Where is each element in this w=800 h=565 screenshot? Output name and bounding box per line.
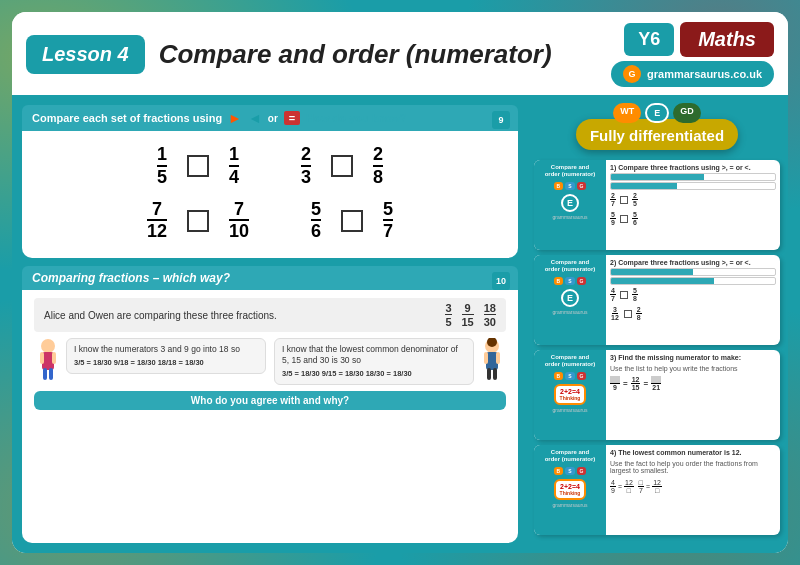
ws4-gram-logo: grammarsaurus	[552, 502, 587, 508]
ws4-sub: Use the fact to help you order the fract…	[610, 460, 776, 474]
ws1-fraction-display-2: 59 56	[610, 211, 776, 226]
ws1-badge-g: G	[577, 182, 587, 190]
ws1-level-badges: B S G	[554, 182, 587, 190]
worksheet-card-1[interactable]: Compare andorder (numerator) B S G E gra…	[534, 160, 780, 250]
ws1-frac-5-6: 56	[632, 211, 638, 226]
ws2-box	[620, 291, 628, 299]
worksheet-card-4[interactable]: Compare andorder (numerator) B S G 2+2=4…	[534, 445, 780, 535]
ws2-fraction-display: 47 58	[610, 287, 776, 302]
owen-character-icon	[478, 338, 506, 383]
svg-rect-2	[40, 352, 44, 364]
ws3-right: 3) Find the missing numerator to make: U…	[606, 350, 780, 440]
worksheet-card-3[interactable]: Compare andorder (numerator) B S G 2+2=4…	[534, 350, 780, 440]
lesson-panel: 9 Compare each set of fractions using ► …	[12, 95, 528, 553]
site-label: grammarsaurus.co.uk	[647, 68, 762, 80]
svg-rect-4	[43, 368, 47, 380]
page-title: Compare and order (numerator)	[159, 39, 597, 70]
fractions-display: 35 915 1830	[445, 302, 496, 328]
ws3-badge-b: B	[554, 372, 564, 380]
problem-text: Alice and Owen are comparing these three…	[44, 310, 277, 321]
ws2-badge-s: S	[565, 277, 574, 285]
ws3-thinking-label: Thinking	[560, 395, 581, 401]
comparing-title: Comparing fractions – which way?	[22, 266, 518, 290]
diff-header: WT E GD Fully differentiated	[534, 103, 780, 150]
fraction-5-6: 5 6	[311, 200, 321, 243]
fraction-1-5: 1 5	[157, 145, 167, 188]
ws4-thinking-badge: 2+2=4 Thinking	[554, 479, 586, 500]
ws4-question: 4) The lowest common numerator is 12.	[610, 449, 776, 456]
lesson-badge: Lesson 4	[26, 35, 145, 74]
ws2-frac-5-8: 58	[632, 287, 638, 302]
fraction-2-8: 2 8	[373, 145, 383, 188]
comparison-box-3	[187, 210, 209, 232]
alice-section: I know the numerators 3 and 9 go into 18…	[34, 338, 266, 385]
ws1-box	[620, 196, 628, 204]
ws1-frac-2-7: 27	[610, 192, 616, 207]
ws1-frac-5-9: 59	[610, 211, 616, 226]
ws2-badge-g: G	[577, 277, 587, 285]
ws2-bars	[610, 268, 776, 285]
ws2-level-badges: B S G	[554, 277, 587, 285]
ws3-title: Compare andorder (numerator)	[545, 354, 596, 368]
ws1-badge-b: B	[554, 182, 564, 190]
wt-badge: WT	[613, 103, 641, 123]
equals-box: =	[284, 111, 300, 125]
main-card: Lesson 4 Compare and order (numerator) Y…	[12, 12, 788, 553]
owen-conversions: 3/5 = 18/30 9/15 = 18/30 18/30 = 18/30	[282, 369, 466, 379]
or-label: or	[268, 113, 278, 124]
ws3-level-badges: B S G	[554, 372, 587, 380]
who-agree-bar: Who do you agree with and why?	[34, 391, 506, 410]
ws2-e-icon: E	[561, 289, 579, 307]
ws4-fractions: 49 = 12□ □7 = 12□	[610, 479, 776, 494]
gd-badge: GD	[673, 103, 701, 123]
ws1-bar-2	[610, 182, 776, 190]
ws4-badge-s: S	[565, 467, 574, 475]
ws2-title: Compare andorder (numerator)	[545, 259, 596, 273]
ws4-frac-group: 49 = 12□ □7 = 12□	[610, 479, 662, 494]
ws1-box-2	[620, 215, 628, 223]
comparison-box-4	[341, 210, 363, 232]
ws1-fraction-display: 27 25	[610, 192, 776, 207]
ws4-thinking-label: Thinking	[560, 490, 581, 496]
ws3-gram-logo: grammarsaurus	[552, 407, 587, 413]
owen-speech-text: I know that the lowest common denominato…	[282, 344, 458, 365]
ws2-fraction-display-2: 312 28	[610, 306, 776, 321]
fully-differentiated-banner: Fully differentiated	[576, 119, 738, 150]
ws4-frac-3: □7	[638, 479, 644, 494]
ws3-frac-b: 1215	[631, 376, 641, 391]
ws4-level-badges: B S G	[554, 467, 587, 475]
ws3-badge-g: G	[577, 372, 587, 380]
header-bar: Lesson 4 Compare and order (numerator) Y…	[12, 12, 788, 95]
how-do-you-know: How do you know?	[306, 112, 406, 124]
fraction-7-12: 7 12	[147, 200, 167, 243]
instruction-text: Compare each set of fractions using	[32, 112, 222, 124]
wt-e-gd-row: WT E GD	[613, 103, 701, 123]
ws1-title: Compare andorder (numerator)	[545, 164, 596, 178]
svg-rect-3	[52, 352, 56, 364]
fraction-row-1: 1 5 1 4 2 3 2 8	[34, 139, 506, 194]
ws2-frac-4-7: 47	[610, 287, 616, 302]
ws2-left: Compare andorder (numerator) B S G E gra…	[534, 255, 606, 345]
grammarsaurus-badge[interactable]: G grammarsaurus.co.uk	[611, 61, 774, 87]
ws3-frac-a: 9	[610, 376, 620, 391]
gram-icon: G	[623, 65, 641, 83]
ws1-bar-1	[610, 173, 776, 181]
fraction-1-4: 1 4	[229, 145, 239, 188]
ws1-gram-logo: grammarsaurus	[552, 214, 587, 220]
svg-rect-11	[487, 368, 491, 380]
svg-rect-10	[496, 352, 500, 364]
maths-badge: Maths	[680, 22, 774, 57]
ws2-gram-logo: grammarsaurus	[552, 309, 587, 315]
ws2-frac-3-12: 312	[610, 306, 620, 321]
ws1-left: Compare andorder (numerator) B S G E gra…	[534, 160, 606, 250]
ws1-question: 1) Compare three fractions using >, = or…	[610, 164, 776, 171]
worksheet-card-2[interactable]: Compare andorder (numerator) B S G E gra…	[534, 255, 780, 345]
ws4-badge-g: G	[577, 467, 587, 475]
slide-number-2: 10	[492, 272, 510, 290]
ws4-math-label: 2+2=4	[560, 483, 580, 490]
ws2-bar-1	[610, 268, 776, 276]
ws3-sub: Use the list to help you write the fract…	[610, 365, 776, 372]
right-panel: WT E GD Fully differentiated Compare and…	[528, 95, 788, 553]
ws4-frac-1: 49	[610, 479, 616, 494]
slide-card-2: 10 Comparing fractions – which way? Alic…	[22, 266, 518, 543]
